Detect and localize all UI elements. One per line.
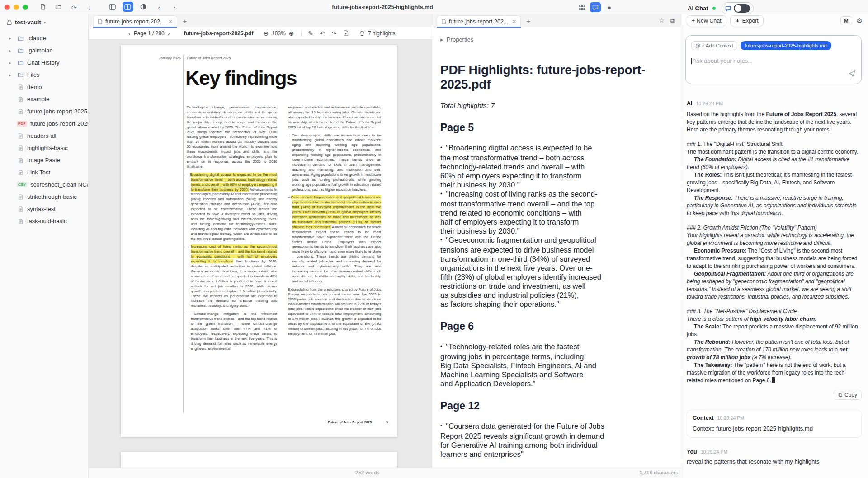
zoom-in-icon[interactable]: ⊕ xyxy=(289,30,294,37)
pdf-text: Technological change, geoeconomic fragme… xyxy=(187,105,277,169)
word-count: 252 words xyxy=(355,470,379,475)
maximize-window-button[interactable] xyxy=(23,5,28,10)
highlighter-pen-icon[interactable]: ✎ xyxy=(308,30,314,37)
context-file-pill[interactable]: future-jobs-report-2025-highlights.md xyxy=(741,41,831,50)
tree-item-example[interactable]: example xyxy=(0,93,88,105)
tree-item-future-jobs-report-2025[interactable]: PDFfuture-jobs-report-2025 xyxy=(0,117,88,130)
tree-item-chat-history[interactable]: ▸Chat History xyxy=(0,56,88,69)
copy-link-icon[interactable]: ⧉ xyxy=(670,17,675,24)
page-date: January 2025 xyxy=(159,56,181,60)
tree-item-label: .gaimplan xyxy=(27,47,52,54)
left-sidebar-toggle-icon[interactable] xyxy=(107,2,118,12)
close-window-button[interactable] xyxy=(5,5,10,10)
md-bullet-quote: •"Geoeconomic fragmentation and geopolit… xyxy=(440,235,663,309)
chevron-down-icon: ▾ xyxy=(44,20,46,25)
properties-toggle[interactable]: ▶ Properties xyxy=(440,36,663,43)
tree-item-label: task-uuid-basic xyxy=(27,218,66,225)
page-rule xyxy=(183,55,184,413)
pdf-viewer[interactable]: January 2025 Future of Jobs Report 2025 … xyxy=(89,40,432,468)
grid-layout-icon[interactable] xyxy=(576,2,587,12)
send-icon[interactable] xyxy=(849,70,856,79)
minimize-window-button[interactable] xyxy=(14,5,19,10)
chat-text-block: The Response: There is a massive, reacti… xyxy=(687,194,861,217)
bullet-marker: • xyxy=(440,145,442,151)
chat-text-block: Geopolitical Fragmentation: About one-th… xyxy=(687,270,861,301)
export-button[interactable]: Export xyxy=(730,15,764,26)
tree-item-image-paste[interactable]: Image Paste xyxy=(0,154,88,166)
document-icon xyxy=(17,109,24,114)
bullet-marker: • xyxy=(440,237,442,243)
open-folder-icon[interactable] xyxy=(53,2,64,12)
md-bullet-quote: •"Broadening digital access is expected … xyxy=(440,143,663,189)
tab-pdf-file[interactable]: future-jobs-report-202... ✕ xyxy=(93,15,177,27)
model-button[interactable]: M xyxy=(840,16,852,25)
new-tab-icon[interactable]: + xyxy=(183,17,187,25)
tree-item-task-uuid-basic[interactable]: task-uuid-basic xyxy=(0,215,88,227)
pdf-text: engineers and electric and autonomous ve… xyxy=(288,105,381,129)
text-cursor xyxy=(772,377,775,383)
add-context-chip[interactable]: @ + Add Context xyxy=(691,41,737,50)
pdf-paragraph: Technological change, geoeconomic fragme… xyxy=(187,105,277,169)
vault-switcher[interactable]: test-vault ▾ xyxy=(0,14,88,29)
menu-icon[interactable]: ≡ xyxy=(604,2,614,12)
bookmark-star-icon[interactable]: ☆ xyxy=(659,17,665,24)
text-caret xyxy=(691,58,692,64)
chat-input[interactable]: Ask about your notes... xyxy=(691,57,856,64)
md-doc-title: PDF Highlights: future-jobs-report-2025.… xyxy=(440,63,663,92)
forward-icon[interactable]: › xyxy=(169,3,180,13)
toggle-switch[interactable] xyxy=(734,4,750,13)
tab-label: future-jobs-report-202... xyxy=(449,19,508,25)
bullet-marker: • xyxy=(440,423,442,429)
download-icon[interactable]: ↓ xyxy=(84,3,95,13)
pdf-text: Advancements in technologies, particular… xyxy=(191,187,277,241)
undo-icon[interactable]: ↶ xyxy=(320,30,325,37)
sync-icon[interactable]: ⟳ xyxy=(69,3,80,13)
next-page-icon[interactable]: › xyxy=(168,30,170,37)
md-content[interactable]: ▶ Properties PDF Highlights: future-jobs… xyxy=(432,27,681,468)
contrast-circle-icon[interactable] xyxy=(138,2,149,12)
ai-status-dot xyxy=(712,7,716,10)
tree-item--claude[interactable]: ▸.claude xyxy=(0,32,88,44)
gear-icon[interactable]: ⚙ xyxy=(857,17,863,25)
folder-icon xyxy=(17,60,24,66)
split-view-icon[interactable] xyxy=(123,2,133,12)
redo-icon[interactable]: ↷ xyxy=(331,30,337,37)
chat-text-block: The Takeaway: The "pattern" here is not … xyxy=(687,361,861,384)
tree-item-demo[interactable]: demo xyxy=(0,81,88,93)
pdf-text: – xyxy=(187,244,191,248)
export-highlights-icon[interactable] xyxy=(343,30,349,36)
window-controls[interactable] xyxy=(5,5,28,10)
new-chat-button[interactable]: + New Chat xyxy=(687,15,726,26)
tree-item-highlights-basic[interactable]: highlights-basic xyxy=(0,142,88,154)
chat-panel-toggle-icon[interactable] xyxy=(590,2,601,12)
new-tab-icon[interactable]: + xyxy=(526,17,530,25)
tree-item-label: example xyxy=(27,96,49,103)
tree-item-future-jobs-report-2025-[interactable]: future-jobs-report-2025... xyxy=(0,105,88,117)
file-tree: ▸.claude▸.gaimplan▸Chat History▸Filesdem… xyxy=(0,29,88,227)
close-tab-icon[interactable]: ✕ xyxy=(512,19,516,25)
document-icon xyxy=(17,97,24,102)
tree-item-label: Image Paste xyxy=(27,157,60,164)
copy-button[interactable]: ⧉ Copy xyxy=(834,390,862,400)
new-note-icon[interactable] xyxy=(38,2,48,12)
tree-item-label: future-jobs-report-2025 xyxy=(30,120,89,127)
tree-item-files[interactable]: ▸Files xyxy=(0,69,88,81)
tree-item--gaimplan[interactable]: ▸.gaimplan xyxy=(0,44,88,56)
ai-chat-toggle[interactable] xyxy=(722,2,754,14)
md-subtitle: Total highlights: 7 xyxy=(440,102,663,110)
chat-body: @ + Add Context future-jobs-report-2025-… xyxy=(681,27,868,478)
tree-item-strikethrough-basic[interactable]: strikethrough-basic xyxy=(0,191,88,203)
chat-input-card[interactable]: @ + Add Context future-jobs-report-2025-… xyxy=(685,35,862,84)
window-title: future-jobs-report-2025-highlights.md xyxy=(332,4,433,10)
trash-icon[interactable] xyxy=(359,30,365,36)
close-tab-icon[interactable]: ✕ xyxy=(168,19,173,25)
previous-page-icon[interactable]: ‹ xyxy=(128,30,131,37)
tab-md-file[interactable]: future-jobs-report-202... ✕ xyxy=(437,15,521,27)
ai-sender-label: AI xyxy=(687,100,693,107)
tree-item-scoresheet-clean-nca-[interactable]: CSVscoresheet_clean NCA... xyxy=(0,178,88,191)
tree-item-headers-all[interactable]: headers-all xyxy=(0,130,88,142)
zoom-out-icon[interactable]: ⊖ xyxy=(263,30,269,37)
tree-item-syntax-test[interactable]: syntax-test xyxy=(0,203,88,215)
back-icon[interactable]: ‹ xyxy=(154,3,165,13)
tree-item-link-test[interactable]: Link Test xyxy=(0,166,88,178)
